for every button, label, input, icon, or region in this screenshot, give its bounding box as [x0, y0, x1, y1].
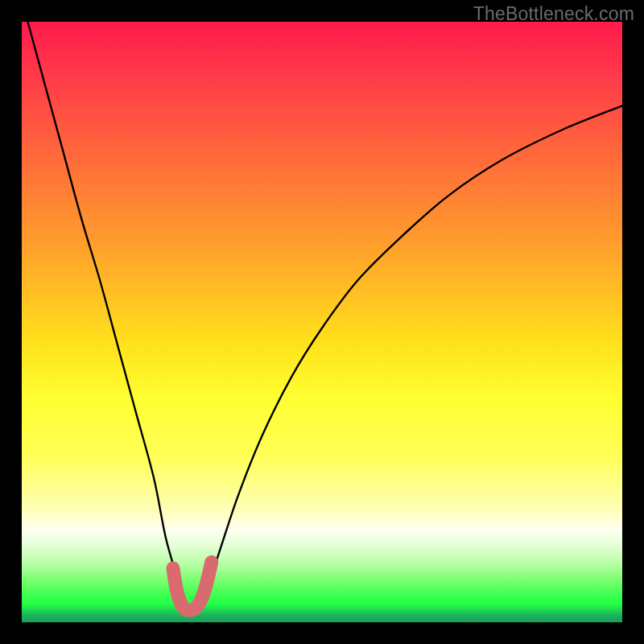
bottleneck-curve: [27, 22, 622, 611]
highlight-region: [173, 562, 212, 610]
chart-frame: TheBottleneck.com: [0, 0, 644, 644]
plot-area: [22, 22, 622, 622]
chart-svg: [22, 22, 622, 622]
watermark-text: TheBottleneck.com: [473, 3, 634, 25]
